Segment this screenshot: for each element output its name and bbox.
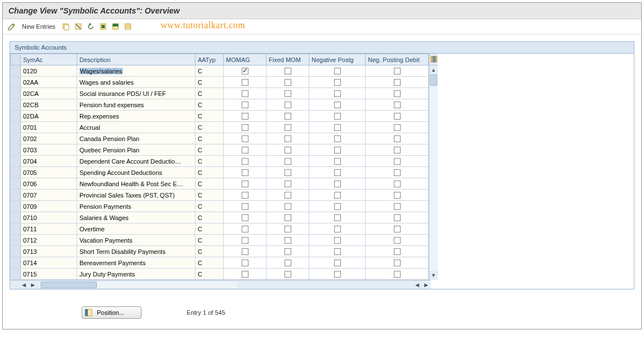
cell-symac[interactable]: 0710 bbox=[21, 212, 77, 223]
cell-description[interactable]: Bereavement Payments bbox=[77, 257, 196, 269]
cell-neg-posting-debit[interactable] bbox=[366, 77, 429, 88]
cell-aatyp[interactable]: C bbox=[196, 257, 224, 269]
cell-aatyp[interactable]: C bbox=[196, 190, 224, 201]
cell-momag[interactable] bbox=[224, 212, 267, 223]
cell-neg-posting-debit[interactable] bbox=[366, 178, 429, 190]
cell-description[interactable]: Pension Payments bbox=[77, 201, 196, 212]
checkbox[interactable] bbox=[285, 226, 291, 232]
checkbox[interactable] bbox=[285, 237, 291, 244]
cell-description[interactable]: Social insurance PDS/ UI / FEF bbox=[77, 88, 196, 99]
cell-fixed-mom[interactable] bbox=[267, 133, 309, 144]
cell-neg-posting-debit[interactable] bbox=[366, 144, 429, 156]
checkbox[interactable] bbox=[394, 68, 401, 74]
cell-momag[interactable] bbox=[224, 156, 267, 167]
cell-description[interactable]: Spending Account Deductions bbox=[77, 167, 196, 178]
scroll-left-icon[interactable]: ◀ bbox=[19, 280, 28, 289]
cell-negative-postg[interactable] bbox=[309, 201, 366, 212]
cell-momag[interactable] bbox=[224, 88, 267, 99]
checkbox[interactable] bbox=[285, 214, 291, 221]
checkbox[interactable] bbox=[242, 169, 248, 176]
cell-fixed-mom[interactable] bbox=[267, 212, 309, 223]
cell-symac[interactable]: 0702 bbox=[21, 133, 77, 144]
cell-momag[interactable] bbox=[224, 246, 267, 257]
cell-symac[interactable]: 0705 bbox=[21, 167, 77, 178]
cell-momag[interactable] bbox=[224, 144, 267, 156]
cell-momag[interactable] bbox=[224, 201, 267, 212]
checkbox[interactable] bbox=[394, 237, 401, 244]
scroll-right-icon[interactable]: ▶ bbox=[28, 280, 37, 289]
cell-neg-posting-debit[interactable] bbox=[366, 111, 429, 122]
checkbox[interactable] bbox=[285, 68, 291, 74]
cell-negative-postg[interactable] bbox=[309, 122, 366, 133]
checkbox[interactable] bbox=[242, 203, 248, 210]
checkbox[interactable] bbox=[242, 181, 248, 187]
checkbox[interactable] bbox=[334, 203, 341, 210]
cell-symac[interactable]: 02AA bbox=[21, 77, 77, 88]
row-selector[interactable] bbox=[11, 167, 21, 178]
delete-icon[interactable] bbox=[73, 21, 83, 32]
checkbox[interactable] bbox=[394, 158, 401, 165]
cell-fixed-mom[interactable] bbox=[267, 269, 309, 280]
cell-symac[interactable]: 0707 bbox=[21, 190, 77, 201]
cell-fixed-mom[interactable] bbox=[267, 257, 309, 269]
cell-aatyp[interactable]: C bbox=[196, 111, 224, 122]
checkbox[interactable] bbox=[334, 102, 341, 108]
checkbox[interactable] bbox=[242, 79, 248, 86]
cell-symac[interactable]: 0711 bbox=[21, 223, 77, 235]
cell-symac[interactable]: 02CA bbox=[21, 88, 77, 99]
undo-icon[interactable] bbox=[86, 21, 96, 32]
col-header-symac[interactable]: SymAc bbox=[21, 54, 77, 65]
cell-fixed-mom[interactable] bbox=[267, 190, 309, 201]
row-selector[interactable] bbox=[11, 99, 21, 111]
row-selector[interactable] bbox=[11, 65, 21, 77]
cell-description[interactable]: Dependent Care Account Deductio… bbox=[77, 156, 196, 167]
scroll-right-end-icon[interactable]: ▶ bbox=[421, 280, 430, 289]
cell-neg-posting-debit[interactable] bbox=[366, 223, 429, 235]
cell-description[interactable]: Short Term Disability Payments bbox=[77, 246, 196, 257]
checkbox[interactable] bbox=[334, 113, 341, 120]
cell-description[interactable]: Pension fund expenses bbox=[77, 99, 196, 111]
cell-momag[interactable] bbox=[224, 111, 267, 122]
checkbox[interactable] bbox=[285, 147, 291, 153]
cell-fixed-mom[interactable] bbox=[267, 65, 309, 77]
cell-description[interactable]: Provincial Sales Taxes (PST, QST) bbox=[77, 190, 196, 201]
cell-aatyp[interactable]: C bbox=[196, 133, 224, 144]
cell-negative-postg[interactable] bbox=[309, 269, 366, 280]
checkbox[interactable] bbox=[285, 203, 291, 210]
row-selector[interactable] bbox=[11, 235, 21, 246]
cell-aatyp[interactable]: C bbox=[196, 235, 224, 246]
checkbox[interactable] bbox=[394, 260, 401, 266]
cell-symac[interactable]: 0704 bbox=[21, 156, 77, 167]
cell-description[interactable]: Salaries & Wages bbox=[77, 212, 196, 223]
checkbox[interactable] bbox=[394, 169, 401, 176]
cell-description[interactable]: Canada Pension Plan bbox=[77, 133, 196, 144]
cell-symac[interactable]: 0714 bbox=[21, 257, 77, 269]
cell-momag[interactable] bbox=[224, 190, 267, 201]
horizontal-scrollbar[interactable]: ◀ ▶ ◀ ▶ bbox=[10, 280, 430, 289]
cell-fixed-mom[interactable] bbox=[267, 77, 309, 88]
cell-momag[interactable] bbox=[224, 223, 267, 235]
select-block-icon[interactable] bbox=[110, 21, 121, 32]
cell-fixed-mom[interactable] bbox=[267, 246, 309, 257]
cell-symac[interactable]: 0120 bbox=[21, 65, 77, 77]
checkbox[interactable] bbox=[285, 271, 291, 278]
cell-neg-posting-debit[interactable] bbox=[366, 201, 429, 212]
checkbox[interactable] bbox=[285, 192, 291, 199]
cell-neg-posting-debit[interactable] bbox=[366, 257, 429, 269]
cell-aatyp[interactable]: C bbox=[196, 77, 224, 88]
cell-negative-postg[interactable] bbox=[309, 156, 366, 167]
checkbox[interactable] bbox=[242, 113, 248, 120]
cell-momag[interactable] bbox=[224, 133, 267, 144]
checkbox[interactable] bbox=[285, 169, 291, 176]
row-selector-header[interactable] bbox=[11, 54, 21, 65]
cell-description[interactable]: Newfoundland Health & Post Sec E… bbox=[77, 178, 196, 190]
checkbox[interactable] bbox=[285, 260, 291, 266]
checkbox[interactable] bbox=[285, 248, 291, 255]
checkbox[interactable] bbox=[242, 226, 248, 232]
checkbox[interactable] bbox=[394, 147, 401, 153]
cell-negative-postg[interactable] bbox=[309, 257, 366, 269]
checkbox[interactable] bbox=[285, 102, 291, 108]
cell-fixed-mom[interactable] bbox=[267, 201, 309, 212]
cell-description[interactable]: Vacation Payments bbox=[77, 235, 196, 246]
row-selector[interactable] bbox=[11, 212, 21, 223]
